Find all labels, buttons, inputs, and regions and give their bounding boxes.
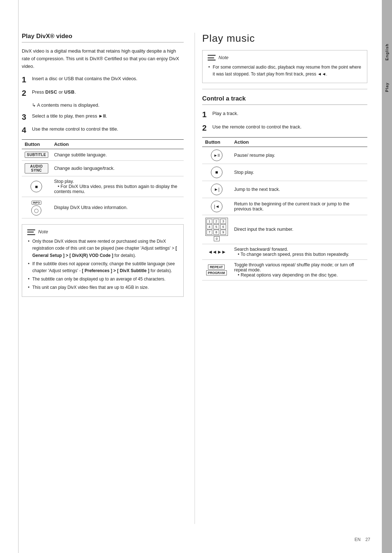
right-table-btn-search: ◄◄ ►► (202, 244, 231, 259)
step-4-text: Use the remote control to control the ti… (32, 126, 184, 133)
list-item: This unit can play DivX video files that… (27, 284, 178, 291)
numpad-4: 4 (207, 224, 212, 229)
left-table-btn-audiosync: AUDIO SYNC (22, 161, 51, 176)
numpad-7: 7 (207, 230, 212, 235)
left-table-action-stop: Stop play. • For DivX Ultra video, press… (51, 176, 184, 197)
step-3-text: Select a title to play, then press ►II. (32, 112, 184, 120)
right-table-btn-next: ►| (202, 181, 231, 198)
info-circle-icon: ◯ (31, 205, 41, 216)
right-step-1-text: Play a track. (212, 110, 367, 117)
right-button-table: Button Action ►II Pause/ resume play. (202, 137, 367, 280)
right-table-btn-numpad: 1 2 3 4 5 6 7 8 9 0 (202, 215, 231, 244)
step-3: 3 Select a title to play, then press ►II… (22, 112, 184, 122)
right-column: Play music Note For some commercial audi… (195, 33, 367, 524)
prev-track-icon: |◄ (211, 201, 222, 212)
right-section-title: Play music (202, 33, 367, 44)
section-divider (202, 89, 367, 89)
table-row: 1 2 3 4 5 6 7 8 9 0 (202, 215, 367, 244)
right-step-1-num: 1 (202, 110, 212, 119)
left-note-label: Note (38, 228, 48, 236)
step-4-num: 4 (22, 126, 32, 135)
list-item: If the subtitle does not appear correctl… (27, 261, 178, 274)
left-table-col-button: Button (22, 140, 51, 149)
step-1-text: Insert a disc or USB that contains the D… (32, 75, 184, 82)
left-table-action-info: Display DivX Ultra video information. (51, 197, 184, 218)
left-column: Play DivX® video DivX video is a digital… (22, 33, 195, 524)
right-step-2: 2 Use the remote control to control the … (202, 123, 367, 133)
left-table-btn-info: INFO ◯ (22, 197, 51, 218)
list-item: For some commercial audio disc, playback… (208, 64, 362, 78)
left-table-action-audiosync: Change audio language/track. (51, 161, 184, 176)
table-row: ■ Stop play. • For DivX Ultra video, pre… (22, 176, 184, 197)
page-footer: EN 27 (355, 537, 370, 542)
page-language: EN (355, 537, 361, 542)
page-container: English Play Play DivX® video DivX video… (0, 0, 392, 553)
step-4: 4 Use the remote control to control the … (22, 126, 184, 135)
numpad-3: 3 (220, 219, 226, 224)
left-table-btn-stop: ■ (22, 176, 51, 197)
right-table-col-action: Action (231, 137, 367, 147)
left-section-intro: DivX video is a digital media format tha… (22, 48, 184, 70)
left-table-btn-subtitle: SUBTITLE (22, 149, 51, 161)
list-item: Only those DivX videos that were rented … (27, 238, 178, 259)
step-1-num: 1 (22, 75, 32, 85)
audiosync-button: AUDIO SYNC (25, 163, 48, 173)
margin-line-left (18, 0, 19, 553)
left-table-col-action: Action (51, 140, 184, 149)
control-track-title: Control a track (202, 95, 367, 105)
right-table-action-search: Search backward/ forward. • To change se… (231, 244, 367, 259)
info-button-icon: INFO ◯ (31, 201, 41, 216)
next-track-icon: ►| (211, 184, 222, 195)
table-row: |◄ Return to the beginning of the curren… (202, 198, 367, 215)
right-table-action-repeat: Toggle through various repeat/ shuffle p… (231, 259, 367, 280)
side-tab-english-label: English (385, 44, 389, 61)
left-section-title: Play DivX® video (22, 33, 184, 42)
step-3-num: 3 (22, 112, 32, 122)
right-note-box: Note For some commercial audio disc, pla… (202, 50, 367, 83)
repeat-badge: REPEAT (208, 265, 225, 270)
numpad-1: 1 (207, 219, 212, 224)
right-table-action-numpad: Direct input the track number. (231, 215, 367, 244)
pause-resume-icon: ►II (211, 149, 222, 161)
numpad-icon: 1 2 3 4 5 6 7 8 9 0 (205, 218, 228, 241)
note-icon (27, 229, 35, 235)
numpad-6: 6 (220, 224, 226, 229)
program-badge: PROGRAM (206, 270, 227, 275)
numpad-grid: 1 2 3 4 5 6 7 8 9 (205, 218, 228, 236)
right-table-btn-prev: |◄ (202, 198, 231, 215)
right-table-btn-stop: ■ (202, 164, 231, 181)
note-icon-right (208, 55, 216, 61)
right-table-btn-repeat: REPEAT PROGRAM (202, 259, 231, 280)
right-table-action-pause: Pause/ resume play. (231, 147, 367, 164)
step-2-text: Press DISC or USB. (32, 89, 184, 96)
table-row: ■ Stop play. (202, 164, 367, 181)
stop-circle-icon: ■ (30, 181, 42, 192)
subtitle-button: SUBTITLE (25, 152, 48, 158)
repeat-program-icon: REPEAT PROGRAM (205, 265, 228, 275)
table-row: ◄◄ ►► Search backward/ forward. • To cha… (202, 244, 367, 259)
side-tab-play-label: Play (385, 82, 389, 92)
side-tab: English Play (382, 0, 392, 553)
table-row: INFO ◯ Display DivX Ultra video informat… (22, 197, 184, 218)
table-row: SUBTITLE Change subtitle language. (22, 149, 184, 161)
step-2: 2 Press DISC or USB. (22, 89, 184, 98)
numpad-9: 9 (220, 230, 226, 235)
numpad-2: 2 (213, 219, 219, 224)
step-2-num: 2 (22, 89, 32, 98)
table-row: REPEAT PROGRAM Toggle through various re… (202, 259, 367, 280)
search-arrows-icon: ◄◄ ►► (208, 249, 225, 255)
right-step-2-num: 2 (202, 123, 212, 133)
right-step-1: 1 Play a track. (202, 110, 367, 119)
table-row: AUDIO SYNC Change audio language/track. (22, 161, 184, 176)
stop-icon: ■ (211, 167, 222, 178)
right-step-2-text: Use the remote control to control the tr… (212, 123, 367, 131)
list-item: The subtitle can only be displayed up to… (27, 276, 178, 283)
page-number: 27 (366, 537, 370, 542)
right-table-action-stop: Stop play. (231, 164, 367, 181)
table-row: ►II Pause/ resume play. (202, 147, 367, 164)
right-table-btn-pause: ►II (202, 147, 231, 164)
left-button-table: Button Action SUBTITLE Change subtitle l… (22, 139, 184, 218)
left-note-header: Note (27, 228, 178, 236)
right-table-action-prev: Return to the beginning of the current t… (231, 198, 367, 215)
left-note-box: Note Only those DivX videos that were re… (22, 224, 184, 296)
